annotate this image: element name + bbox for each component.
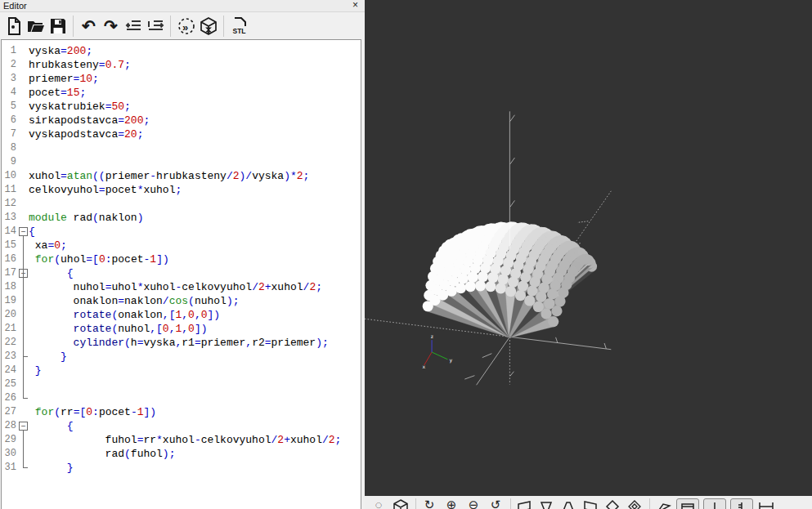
code-token: (	[54, 406, 61, 418]
preview-icon[interactable]: »	[175, 15, 197, 37]
show-scale-1-icon[interactable]	[703, 498, 726, 509]
code-token: celkovyuhol	[29, 184, 99, 196]
viewport-3d[interactable]: xyz	[365, 0, 812, 496]
code-token: 10	[79, 73, 92, 85]
code-line[interactable]: 16 for(uhol=[0:pocet-1])	[2, 252, 361, 266]
code-token: 2	[258, 281, 265, 293]
view-bottom-icon[interactable]	[559, 498, 577, 509]
render-icon[interactable]	[197, 15, 219, 37]
code-token: 0	[99, 253, 105, 266]
cylinder-cap	[498, 274, 509, 284]
code-text: onaklon=naklon/cos(nuhol);	[29, 294, 240, 308]
code-token: ,[	[150, 323, 163, 335]
code-line[interactable]: 9	[2, 155, 361, 169]
fold-marker[interactable]: –	[19, 422, 28, 431]
view-all-glyph: ↻	[424, 498, 435, 509]
code-line[interactable]: 2hrubkasteny=0.7;	[2, 58, 361, 72]
code-line[interactable]: 25	[2, 377, 361, 391]
new-file-icon[interactable]	[2, 15, 25, 37]
zoom-out-glyph: ⊖	[469, 498, 479, 509]
code-line[interactable]: 22 cylinder(h=vyska,r1=priemer,r2=prieme…	[2, 336, 361, 350]
code-text: }	[29, 350, 67, 364]
reset-view-icon[interactable]: ↺	[487, 498, 505, 509]
redo-icon[interactable]: ↷	[100, 15, 122, 37]
close-icon[interactable]: ×	[352, 0, 358, 11]
render-icon[interactable]	[392, 498, 410, 509]
code-line[interactable]: 13module rad(naklon)	[2, 211, 361, 225]
save-file-icon[interactable]	[47, 15, 69, 37]
editor-panel: Editor × ↶↷»STL 1vyska=200;2hrubkasteny=…	[0, 0, 365, 509]
code-line[interactable]: 5vyskatrubiek=50;	[2, 100, 361, 114]
code-token	[29, 350, 61, 363]
code-line[interactable]: 15 xa=0;	[2, 239, 361, 252]
code-line[interactable]: 19 onaklon=naklon/cos(nuhol);	[2, 294, 361, 308]
code-token: cylinder	[74, 337, 124, 349]
code-token: celkovyuhol	[201, 434, 271, 446]
z-gnomon-label: z	[430, 333, 433, 339]
code-line[interactable]: 6sirkapodstavca=200;	[2, 114, 361, 127]
code-token	[29, 323, 74, 335]
view-right-icon[interactable]	[581, 498, 599, 509]
code-token: ])	[195, 323, 208, 335]
code-line[interactable]: 26	[2, 391, 361, 405]
view-all-icon[interactable]: ↻	[420, 498, 438, 509]
axis-line	[510, 372, 514, 377]
code-line[interactable]: 17 {	[2, 266, 361, 280]
cylinder-cap	[518, 280, 528, 291]
code-line[interactable]: 20 rotate(onaklon,[1,0,0])	[2, 308, 361, 322]
code-line[interactable]: 11celkovyuhol=pocet*xuhol;	[2, 183, 361, 197]
view-top-icon[interactable]	[537, 498, 555, 509]
undo-icon[interactable]: ↶	[78, 15, 100, 37]
code-token: 0	[188, 323, 195, 335]
code-token: priemer	[201, 337, 246, 349]
code-line[interactable]: 24 }	[2, 364, 361, 377]
axis-line	[577, 221, 588, 223]
line-number: 20	[2, 308, 18, 322]
code-line[interactable]: 1vyska=200;	[2, 44, 361, 58]
perspective-icon[interactable]	[654, 498, 672, 509]
code-line[interactable]: 14{	[2, 225, 361, 239]
code-line[interactable]: 27 for(rr=[0:pocet-1])	[2, 405, 361, 419]
code-line[interactable]: 4pocet=15;	[2, 86, 361, 100]
code-line[interactable]: 30 rad(fuhol);	[2, 447, 361, 461]
view-left-icon[interactable]	[515, 498, 533, 509]
indent-icon[interactable]	[144, 15, 166, 37]
view-front-icon[interactable]	[603, 498, 621, 509]
cylinder-cap	[527, 286, 537, 297]
line-number: 22	[2, 336, 18, 350]
preview-icon[interactable]: ◌	[370, 498, 388, 509]
code-line[interactable]: 3priemer=10;	[2, 72, 361, 86]
show-scale-2-icon[interactable]	[730, 498, 753, 509]
code-token: 200	[124, 114, 143, 127]
code-token: 0	[86, 406, 92, 418]
line-number: 24	[2, 364, 18, 377]
code-token: uhol	[61, 253, 86, 266]
code-line[interactable]: 23 }	[2, 350, 361, 364]
code-token: ;	[124, 100, 131, 113]
export-stl-icon[interactable]: STL	[228, 15, 250, 37]
view-back-icon[interactable]	[626, 498, 644, 509]
code-line[interactable]: 21 rotate(nuhol,[0,1,0])	[2, 322, 361, 336]
fold-guide-tick	[23, 467, 28, 468]
code-line[interactable]: 29 fuhol=rr*xuhol-celkovyuhol/2+xuhol/2;	[2, 433, 361, 447]
code-text: rotate(onaklon,[1,0,0])	[29, 308, 220, 322]
code-line[interactable]: 18 nuhol=uhol*xuhol-celkovyuhol/2+xuhol/…	[2, 280, 361, 294]
measure-icon[interactable]	[757, 498, 775, 509]
orthogonal-icon[interactable]	[676, 498, 699, 509]
fold-marker[interactable]: –	[19, 227, 28, 236]
code-token: (	[124, 337, 131, 349]
code-token	[29, 406, 35, 418]
code-line[interactable]: 12	[2, 197, 361, 211]
code-token: /	[252, 281, 258, 293]
open-file-icon[interactable]	[25, 15, 47, 37]
zoom-out-icon[interactable]: ⊖	[464, 498, 482, 509]
zoom-in-icon[interactable]: ⊕	[442, 498, 460, 509]
code-line[interactable]: 7vyskapodstavca=20;	[2, 127, 361, 141]
code-line[interactable]: 8	[2, 141, 361, 155]
unindent-icon[interactable]	[122, 15, 144, 37]
code-token: priemer	[271, 337, 316, 349]
code-line[interactable]: 10xuhol=atan((priemer-hrubkasteny/2)/vys…	[2, 169, 361, 183]
code-line[interactable]: 31 }	[2, 461, 361, 475]
code-line[interactable]: 28 {	[2, 419, 361, 433]
code-editor[interactable]: 1vyska=200;2hrubkasteny=0.7;3priemer=10;…	[1, 39, 361, 509]
